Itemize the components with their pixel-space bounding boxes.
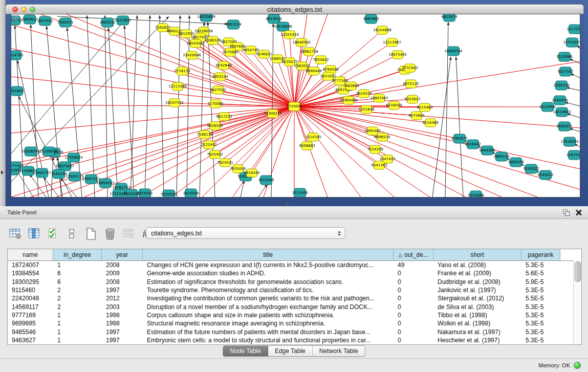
new-table-button[interactable] (84, 227, 98, 241)
show-column-button[interactable] (27, 227, 41, 241)
table-row[interactable]: 946554611997Estimation of the future num… (8, 327, 581, 336)
table-cell: Nakamura et al. (1997) (433, 329, 521, 336)
table-panel: Table Panel (0, 206, 588, 372)
memory-status-indicator[interactable] (574, 362, 581, 369)
table-cell: Franke et al. (2009) (433, 270, 521, 277)
table-cell: 0 (394, 295, 433, 302)
table-cell: 2 (53, 303, 102, 311)
memory-status-label: Memory: OK (538, 362, 570, 368)
table-row[interactable]: 1938455462009Genome-wide association stu… (8, 269, 581, 277)
status-bar: Memory: OK (0, 358, 588, 372)
table-cell: 0 (394, 287, 433, 294)
table-row[interactable]: 911546021997Tourette syndrome. Phenomeno… (8, 286, 581, 294)
table-cell: 1997 (102, 329, 143, 336)
table-cell: 9463627 (8, 337, 53, 344)
column-header-year[interactable]: year (102, 249, 143, 260)
table-mode-button[interactable] (8, 227, 23, 241)
table-cell: 5.9E-5 (521, 278, 560, 286)
table-cell: 2009 (102, 270, 143, 277)
panel-expand-arrow-icon[interactable] (1, 170, 4, 174)
table-cell: Yano et al. (2008) (433, 261, 521, 269)
table-cell: Structural magnetic resonance image aver… (143, 320, 394, 327)
column-header-label: short (470, 251, 484, 258)
table-cell: Stergiakouli et al. (2012) (433, 295, 521, 302)
table-cell: Disruption of a novel member of a sodium… (143, 303, 394, 311)
table-cell: 0 (394, 278, 433, 286)
column-header-title[interactable]: title (143, 249, 394, 260)
table-row[interactable]: 1456911722003Disruption of a novel membe… (8, 302, 581, 311)
resize-grip-icon[interactable] (10, 13, 579, 196)
table-row[interactable]: 1872400712008Changes of HCN gene express… (8, 261, 581, 269)
table-cell: 2003 (102, 303, 143, 311)
split-pane-handle[interactable] (286, 202, 290, 205)
table-cell: 1997 (102, 337, 143, 344)
table-cell: 2 (53, 295, 102, 302)
column-header-in_degree[interactable]: in_degree (53, 249, 102, 260)
table-cell: 1 (53, 312, 102, 319)
table-selector-dropdown[interactable]: citations_edges.txt (146, 227, 345, 239)
table-row[interactable]: 969969511998Structural magnetic resonanc… (8, 319, 581, 327)
float-panel-icon[interactable] (563, 209, 570, 216)
network-view-window: citations_edges.txt 1 (5, 4, 584, 206)
window-titlebar[interactable]: citations_edges.txt (5, 4, 584, 14)
table-cell: 0 (394, 329, 433, 336)
table-header-row: namein_degreeyeartitle△out_de...shortpag… (8, 249, 581, 261)
table-cell: 1998 (102, 312, 143, 319)
table-cell: 5.3E-5 (521, 312, 560, 319)
table-row[interactable]: 2242004622012Investigating the contribut… (8, 294, 581, 302)
column-header-label: pagerank (528, 251, 553, 258)
table-cell: Wolkin et al. (1998) (433, 320, 521, 327)
column-header-name[interactable]: name (8, 249, 53, 260)
table-cell: 1 (53, 320, 102, 327)
table-selector-value: citations_edges.txt (151, 230, 338, 237)
table-row[interactable]: 977716911998Corpus callosum shape and si… (8, 311, 581, 319)
column-header-pagerank[interactable]: pagerank (521, 249, 560, 260)
table-cell: 0 (394, 303, 433, 311)
node-table: namein_degreeyeartitle△out_de...shortpag… (7, 249, 582, 345)
table-cell: 6 (53, 270, 102, 277)
table-row[interactable]: 1830029562008Estimation of significance … (8, 278, 581, 286)
table-cell: Estimation of the future numbers of pati… (143, 329, 394, 336)
table-row[interactable]: 946362711997Embryonic stem cells: a mode… (8, 336, 581, 344)
close-panel-icon[interactable] (576, 209, 582, 215)
table-cell: 9699695 (8, 320, 53, 327)
column-header-out_de[interactable]: △out_de... (394, 249, 433, 260)
table-cell: 0 (394, 312, 433, 319)
table-cell: Dudbridge et al. (2008) (433, 278, 521, 286)
collapsed-side-panel[interactable] (0, 0, 6, 206)
select-rows-button[interactable] (46, 227, 60, 241)
table-cell: Investigating the contribution of common… (143, 295, 394, 302)
table-cell: 9115460 (8, 287, 53, 294)
tab-node-table[interactable]: Node Table (223, 346, 268, 356)
table-cell: 5.3E-5 (521, 287, 560, 294)
column-header-short[interactable]: short (433, 249, 521, 260)
column-header-filler (560, 249, 581, 260)
table-panel-titlebar: Table Panel (0, 206, 588, 219)
import-table-button[interactable] (122, 227, 136, 241)
tab-network-table[interactable]: Network Table (313, 346, 365, 356)
table-cell: 1 (53, 329, 102, 336)
delete-table-button[interactable] (103, 227, 117, 241)
table-cell: 6 (53, 278, 102, 286)
table-cell: 2012 (102, 295, 143, 302)
table-scrollbar[interactable] (573, 260, 581, 344)
table-cell: Changes of HCN gene expression and I(f) … (143, 261, 394, 269)
table-cell: Estimation of significance thresholds fo… (143, 278, 394, 286)
table-cell: Tibbo et al. (1998) (433, 312, 521, 319)
sort-ascending-icon: △ (398, 252, 402, 258)
table-cell: 9777169 (8, 312, 53, 319)
window-body: 1659752206061216975519302571100553215276… (5, 14, 584, 206)
table-cell: Tourette syndrome. Phenomenology and cla… (143, 287, 394, 294)
table-cell: 49 (394, 261, 433, 269)
table-cell: 1998 (102, 320, 143, 327)
table-cell: Genome-wide association studies in ADHD. (143, 270, 394, 277)
column-header-label: title (263, 251, 273, 258)
table-toolbar: f(x) (8, 226, 155, 242)
column-header-label: name (23, 251, 38, 258)
dropdown-arrows-icon (338, 231, 341, 236)
network-canvas[interactable]: 1659752206061216975519302571100553215276… (11, 14, 580, 197)
table-cell: 19384554 (8, 270, 53, 277)
scrollbar-thumb[interactable] (575, 261, 581, 282)
toggle-selection-button[interactable] (65, 227, 79, 241)
tab-edge-table[interactable]: Edge Table (268, 346, 313, 356)
